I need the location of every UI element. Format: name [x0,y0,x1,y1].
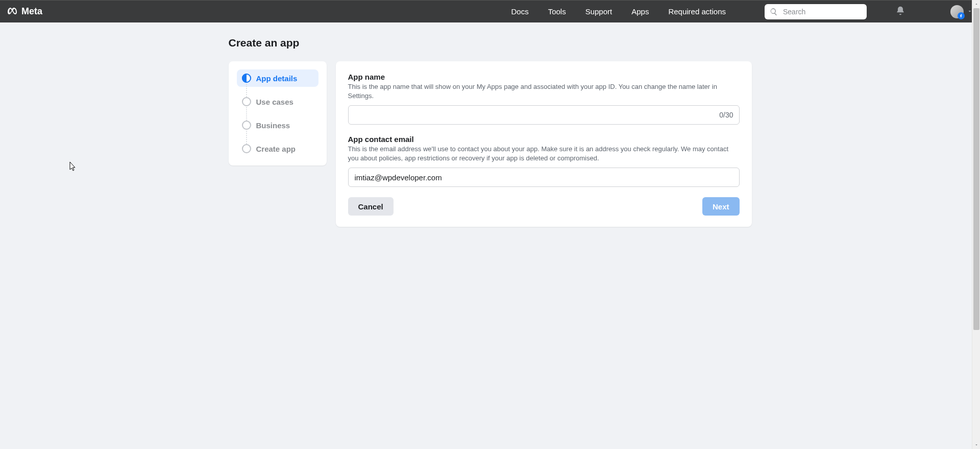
meta-icon [7,6,19,18]
contact-email-help: This is the email address we'll use to c… [348,145,740,162]
step-indicator-icon [242,121,251,130]
vertical-scrollbar[interactable] [972,0,980,449]
top-nav-links: Docs Tools Support Apps Required actions [511,4,973,19]
button-row: Cancel Next [348,197,740,216]
search-wrap [765,4,867,19]
nav-tools[interactable]: Tools [548,7,566,16]
app-name-input[interactable] [348,105,740,125]
facebook-badge-icon [958,12,965,19]
step-indicator-icon [242,144,251,153]
contact-email-input[interactable] [348,168,740,187]
step-label: Business [256,121,290,130]
app-name-help: This is the app name that will show on y… [348,82,740,100]
app-name-label: App name [348,73,740,81]
step-label: Use cases [256,98,293,106]
next-button[interactable]: Next [702,197,740,216]
field-contact-email: App contact email This is the email addr… [348,135,740,187]
cancel-button[interactable]: Cancel [348,197,394,216]
brand-area: Meta [7,6,42,18]
step-use-cases[interactable]: Use cases [237,93,318,110]
bell-icon [895,6,905,16]
top-nav: Meta Docs Tools Support Apps Required ac… [0,0,980,22]
step-create-app[interactable]: Create app [237,140,318,157]
step-sidebar: App details Use cases Business Create ap… [229,61,327,166]
search-input[interactable] [765,4,867,19]
step-app-details[interactable]: App details [237,69,318,87]
account-menu[interactable] [950,5,973,18]
nav-docs[interactable]: Docs [511,7,528,16]
brand-text: Meta [21,6,42,17]
avatar [950,5,964,18]
contact-email-label: App contact email [348,135,740,144]
search-icon [770,8,778,16]
form-card: App name This is the app name that will … [336,61,752,227]
step-business[interactable]: Business [237,116,318,134]
step-label: Create app [256,145,296,153]
step-indicator-icon [242,74,251,83]
nav-apps[interactable]: Apps [631,7,649,16]
meta-logo[interactable]: Meta [7,6,42,18]
main-content: Create an app App details Use cases Busi… [0,22,980,227]
step-indicator-icon [242,97,251,106]
scroll-down-icon[interactable] [972,441,980,449]
field-app-name: App name This is the app name that will … [348,73,740,125]
scroll-thumb[interactable] [973,8,979,330]
step-label: App details [256,74,298,83]
notifications-button[interactable] [895,6,905,18]
scroll-up-icon[interactable] [972,0,980,8]
page-title: Create an app [229,37,752,49]
app-name-counter: 0/30 [719,111,733,119]
nav-required-actions[interactable]: Required actions [668,7,726,16]
nav-support[interactable]: Support [585,7,612,16]
